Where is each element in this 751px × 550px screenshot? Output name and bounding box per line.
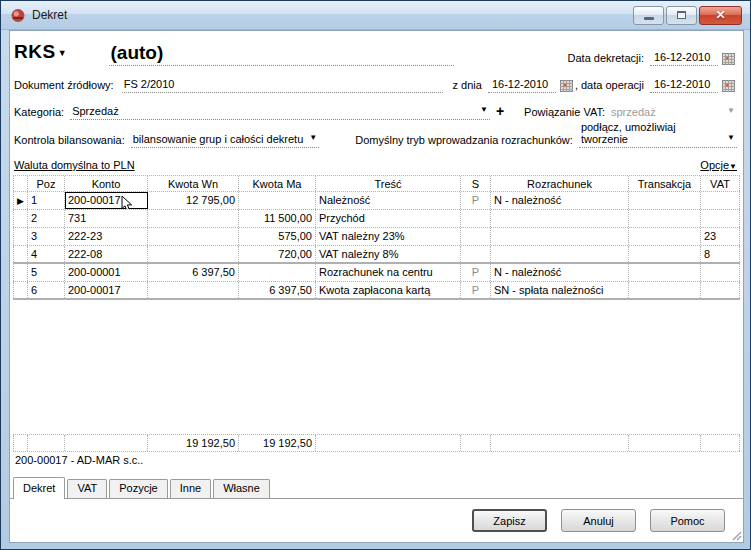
cell-poz[interactable]: 5	[28, 264, 65, 281]
table-row[interactable]: 5200-000016 397,50Rozrachunek na centruP…	[13, 264, 740, 282]
settlement-mode-field[interactable]: podłącz, umożliwiaj tworzenie ▼	[579, 121, 737, 148]
tab-dekret[interactable]: Dekret	[13, 477, 65, 499]
cell-kwota-ma[interactable]: 575,00	[239, 228, 316, 245]
cell-s[interactable]	[461, 228, 491, 245]
cell-rozrachunek[interactable]: N - należność	[491, 192, 629, 209]
zapisz-button[interactable]: Zapisz	[472, 509, 547, 532]
calendar-icon[interactable]	[560, 80, 573, 92]
tab-vat[interactable]: VAT	[67, 479, 107, 498]
cell-poz[interactable]: 4	[28, 246, 65, 262]
total-kwota-wn: 19 192,50	[148, 435, 239, 451]
cell-rozrachunek[interactable]	[491, 246, 629, 262]
cell-transakcja[interactable]	[629, 282, 701, 298]
balance-control-dropdown-icon[interactable]: ▼	[309, 134, 317, 145]
cell-kwota-wn[interactable]	[148, 282, 239, 298]
source-document-field[interactable]: FS 2/2010	[122, 78, 443, 93]
table-row[interactable]: 4222-08720,00VAT należny 8%8	[13, 246, 740, 264]
cell-kwota-wn[interactable]	[148, 210, 239, 227]
add-category-button[interactable]: +	[490, 103, 510, 120]
cell-s[interactable]	[461, 246, 491, 262]
category-field[interactable]: Sprzedaż ▼	[70, 105, 490, 120]
cell-tresc[interactable]: Kwota zapłacona kartą	[316, 282, 461, 298]
cell-rozrachunek[interactable]: SN - spłata należności	[491, 282, 629, 298]
tab-pozycje[interactable]: Pozycje	[109, 479, 168, 498]
cell-kwota-ma[interactable]	[239, 264, 316, 281]
options-link[interactable]: Opcje▼	[700, 159, 737, 173]
cell-konto[interactable]: 731	[65, 210, 148, 227]
cell-konto[interactable]: 200-00001	[65, 264, 148, 281]
cell-tresc[interactable]: Przychód	[316, 210, 461, 227]
decree-number-field[interactable]: (auto)	[109, 42, 454, 66]
header-cell: Transakcja	[629, 176, 701, 191]
table-row[interactable]: ▶1200-0001712 795,00NależnośćPN - należn…	[13, 192, 740, 210]
anuluj-button[interactable]: Anuluj	[561, 509, 636, 532]
cell-tresc[interactable]: Rozrachunek na centru	[316, 264, 461, 281]
titlebar: Dekret ✕	[1, 1, 750, 30]
table-row[interactable]: 6200-000176 397,50Kwota zapłacona kartąP…	[13, 282, 740, 300]
cell-s[interactable]: P	[461, 282, 491, 298]
currency-info-link[interactable]: Waluta domyślna to PLN	[14, 159, 135, 173]
cell-kwota-ma[interactable]	[239, 192, 316, 209]
data-operacji-field[interactable]: 16-12-2010	[650, 78, 718, 93]
calendar-icon[interactable]	[722, 80, 735, 92]
tab-własne[interactable]: Własne	[213, 479, 270, 498]
cell-poz[interactable]: 1	[28, 192, 65, 209]
close-button[interactable]: ✕	[699, 6, 742, 25]
cell-konto[interactable]: 200-00017	[65, 282, 148, 298]
cell-transakcja[interactable]	[629, 246, 701, 262]
cell-transakcja[interactable]	[629, 264, 701, 281]
cell-kwota-wn[interactable]	[148, 228, 239, 245]
cell-s[interactable]: P	[461, 192, 491, 209]
cell-konto[interactable]: 222-08	[65, 246, 148, 262]
date-dekretacji-field[interactable]: 16-12-2010	[650, 51, 718, 66]
table-row[interactable]: 273111 500,00Przychód	[13, 210, 740, 228]
balance-control-field[interactable]: bilansowanie grup i całości dekretu ▼	[131, 133, 320, 148]
row-indicator	[13, 246, 28, 262]
cell-poz[interactable]: 3	[28, 228, 65, 245]
cell-rozrachunek[interactable]	[491, 228, 629, 245]
cell-tresc[interactable]: Należność	[316, 192, 461, 209]
cell-s[interactable]: P	[461, 264, 491, 281]
minimize-button[interactable]	[633, 6, 664, 25]
settlement-mode-dropdown-icon[interactable]: ▼	[727, 134, 735, 145]
category-value: Sprzedaż	[72, 105, 474, 117]
cell-transakcja[interactable]	[629, 192, 701, 209]
pomoc-button[interactable]: Pomoc	[650, 509, 725, 532]
cell-s[interactable]	[461, 210, 491, 227]
tab-inne[interactable]: Inne	[170, 479, 211, 498]
client-area: RKS ▼ (auto) Data dekretacji: 16-12-2010…	[9, 30, 744, 543]
cell-kwota-ma[interactable]: 11 500,00	[239, 210, 316, 227]
header-cell: Poz	[28, 176, 65, 191]
category-dropdown-icon[interactable]: ▼	[480, 106, 488, 117]
resize-grip[interactable]	[729, 528, 742, 541]
cell-kwota-ma[interactable]: 720,00	[239, 246, 316, 262]
cell-konto[interactable]: 222-23	[65, 228, 148, 245]
cell-rozrachunek[interactable]: N - należność	[491, 264, 629, 281]
header-indicator-cell	[13, 176, 28, 191]
cell-poz[interactable]: 6	[28, 282, 65, 298]
cell-transakcja[interactable]	[629, 228, 701, 245]
ledger-dropdown-icon[interactable]: ▼	[58, 48, 67, 66]
cell-vat[interactable]: 8	[701, 246, 740, 262]
cell-vat[interactable]	[701, 282, 740, 298]
ledger-selector[interactable]: RKS	[14, 41, 56, 66]
table-row[interactable]: 3222-23575,00VAT należny 23%23	[13, 228, 740, 246]
z-dnia-field[interactable]: 16-12-2010	[488, 78, 556, 93]
cell-kwota-ma[interactable]: 6 397,50	[239, 282, 316, 298]
cell-kwota-wn[interactable]: 6 397,50	[148, 264, 239, 281]
cell-transakcja[interactable]	[629, 210, 701, 227]
cell-konto[interactable]: 200-00017	[65, 192, 148, 209]
calendar-icon[interactable]	[722, 53, 735, 65]
cell-poz[interactable]: 2	[28, 210, 65, 227]
minimize-icon	[644, 17, 654, 20]
cell-tresc[interactable]: VAT należny 8%	[316, 246, 461, 262]
cell-kwota-wn[interactable]: 12 795,00	[148, 192, 239, 209]
cell-vat[interactable]	[701, 192, 740, 209]
cell-kwota-wn[interactable]	[148, 246, 239, 262]
cell-vat[interactable]: 23	[701, 228, 740, 245]
cell-tresc[interactable]: VAT należny 23%	[316, 228, 461, 245]
cell-rozrachunek[interactable]	[491, 210, 629, 227]
maximize-button[interactable]	[666, 6, 697, 25]
cell-vat[interactable]	[701, 264, 740, 281]
cell-vat[interactable]	[701, 210, 740, 227]
